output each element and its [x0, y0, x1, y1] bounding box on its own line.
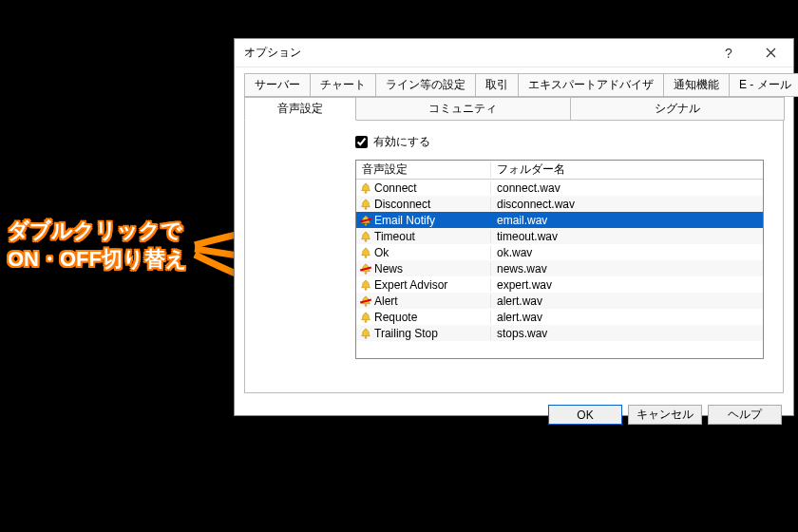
row-name: Requote [374, 311, 417, 324]
bell-icon [360, 182, 371, 194]
table-row[interactable]: Connectconnect.wav [356, 180, 763, 196]
row-name: News [374, 262, 403, 276]
cancel-button[interactable]: キャンセル [628, 405, 702, 425]
row-name: Connect [374, 181, 417, 195]
row-name-cell: News [356, 262, 491, 276]
row-file: email.wav [497, 214, 547, 227]
table-row[interactable]: Disconnectdisconnect.wav [356, 196, 763, 212]
svg-point-5 [365, 272, 367, 274]
row-name-cell: Ok [356, 246, 491, 259]
tab-notify[interactable]: 通知機能 [663, 73, 730, 97]
row-name: Timeout [374, 230, 415, 243]
tabs-row-2: 音声設定 コミュニティ シグナル [244, 97, 784, 121]
svg-point-7 [365, 304, 367, 306]
row-file-cell: disconnect.wav [491, 198, 763, 211]
bell-icon [360, 312, 371, 323]
svg-point-0 [365, 191, 367, 193]
row-file: disconnect.wav [497, 198, 575, 211]
table-header: 音声設定 フォルダー名 [356, 161, 763, 180]
row-file-cell: email.wav [491, 214, 763, 227]
table-row[interactable]: Timeouttimeout.wav [356, 228, 763, 244]
table-row[interactable]: Alertalert.wav [356, 293, 763, 309]
row-name-cell: Timeout [356, 230, 491, 243]
svg-point-9 [365, 336, 367, 338]
tab-panel-sounds: 有効にする 音声設定 フォルダー名 Connectconnect.wavDisc… [244, 120, 784, 393]
svg-point-4 [365, 256, 367, 257]
row-file-cell: connect.wav [491, 181, 763, 195]
tab-signals[interactable]: シグナル [570, 97, 786, 121]
bell-icon [360, 247, 371, 258]
col-header-name[interactable]: 音声設定 [356, 162, 491, 178]
row-file-cell: news.wav [491, 262, 763, 276]
row-file-cell: timeout.wav [491, 230, 763, 243]
row-file-cell: alert.wav [491, 311, 763, 324]
table-row[interactable]: Expert Advisorexpert.wav [356, 276, 763, 293]
row-name-cell: Email Notify [356, 214, 491, 227]
row-file: connect.wav [497, 181, 560, 195]
button-bar: OK キャンセル ヘルプ [235, 405, 782, 425]
row-name-cell: Disconnect [356, 198, 491, 211]
table-row[interactable]: Trailing Stopstops.wav [356, 325, 763, 341]
tab-chart[interactable]: チャート [310, 73, 376, 97]
bell-icon [360, 263, 371, 275]
help-icon: ? [725, 46, 732, 61]
row-file: stops.wav [497, 327, 547, 340]
tab-experts[interactable]: エキスパートアドバイザ [518, 73, 664, 97]
bell-icon [360, 279, 371, 291]
row-name: Ok [374, 246, 389, 259]
table-body: Connectconnect.wavDisconnectdisconnect.w… [356, 180, 763, 341]
tabs-row-1: サーバー チャート ライン等の設定 取引 エキスパートアドバイザ 通知機能 E … [244, 73, 784, 97]
svg-point-2 [365, 223, 367, 225]
help-button[interactable]: ? [708, 40, 750, 66]
row-name-cell: Alert [356, 294, 491, 308]
close-button[interactable] [750, 40, 791, 66]
sounds-table: 音声設定 フォルダー名 Connectconnect.wavDisconnect… [355, 160, 764, 359]
enable-checkbox[interactable] [355, 136, 368, 148]
dialog-title: オプション [244, 45, 708, 61]
tab-sounds[interactable]: 音声設定 [244, 97, 356, 121]
options-dialog: オプション ? サーバー チャート ライン等の設定 取引 エキスパートアドバイザ… [234, 38, 794, 416]
table-row[interactable]: Newsnews.wav [356, 260, 763, 276]
ok-button[interactable]: OK [548, 405, 622, 425]
bell-icon [360, 231, 371, 242]
tab-email[interactable]: E - メール [729, 73, 798, 97]
enable-row: 有効にする [355, 134, 758, 150]
row-name-cell: Requote [356, 311, 491, 324]
row-file: ok.wav [497, 246, 532, 259]
row-file: timeout.wav [497, 230, 558, 243]
tab-server[interactable]: サーバー [244, 73, 311, 97]
row-name-cell: Expert Advisor [356, 278, 491, 292]
row-file-cell: alert.wav [491, 294, 763, 308]
annotation-label: ダブルクリックで ON・OFF切り替え [8, 217, 187, 273]
row-file: news.wav [497, 262, 547, 276]
row-name: Email Notify [374, 214, 435, 227]
annotation-line1: ダブルクリックで [8, 218, 182, 242]
row-name-cell: Trailing Stop [356, 327, 491, 340]
bell-icon [360, 215, 371, 226]
col-header-folder[interactable]: フォルダー名 [491, 162, 763, 178]
tab-trade[interactable]: 取引 [475, 73, 519, 97]
row-file: alert.wav [497, 311, 542, 324]
row-name-cell: Connect [356, 181, 491, 195]
table-row[interactable]: Requotealert.wav [356, 309, 763, 325]
enable-label: 有効にする [373, 134, 430, 150]
row-file: expert.wav [497, 278, 552, 292]
tab-community[interactable]: コミュニティ [355, 97, 571, 121]
tab-lines[interactable]: ライン等の設定 [375, 73, 476, 97]
svg-point-3 [365, 239, 367, 241]
row-name: Alert [374, 294, 398, 308]
help-button[interactable]: ヘルプ [708, 405, 782, 425]
row-name: Disconnect [374, 198, 430, 211]
bell-icon [360, 328, 371, 339]
table-row[interactable]: Email Notifyemail.wav [356, 212, 763, 228]
table-row[interactable]: Okok.wav [356, 244, 763, 260]
annotation-line2: ON・OFF切り替え [8, 247, 187, 271]
row-name: Expert Advisor [374, 278, 447, 292]
svg-point-1 [365, 207, 367, 209]
close-icon [766, 46, 776, 61]
titlebar[interactable]: オプション ? [235, 39, 793, 67]
row-file-cell: expert.wav [491, 278, 763, 292]
row-name: Trailing Stop [374, 327, 438, 340]
bell-icon [360, 199, 371, 210]
bell-icon [360, 295, 371, 307]
